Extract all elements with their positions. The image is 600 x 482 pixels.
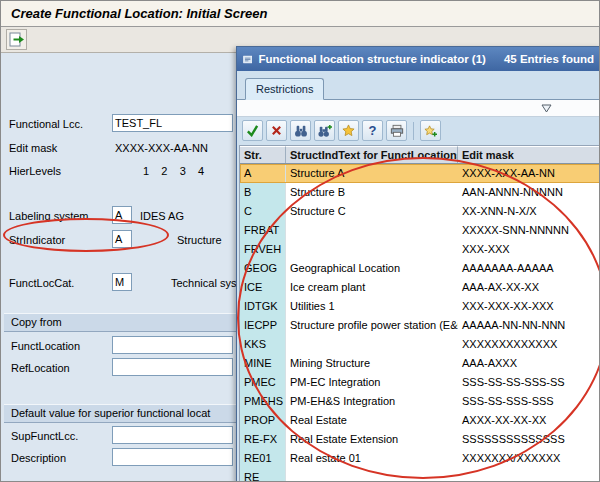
ref-location-label: RefLocation [11, 362, 70, 374]
row-text-value: Structure A [286, 164, 458, 183]
str-indicator-desc: Structure [177, 234, 222, 246]
expand-arrow-icon[interactable] [541, 104, 552, 113]
sup-funct-loc-label: SupFunctLcc. [11, 430, 78, 442]
table-row[interactable]: MINE Mining Structure AAA-AXXX [240, 354, 600, 373]
column-header-str[interactable]: Str. [240, 146, 286, 163]
sup-funct-loc-input[interactable] [112, 426, 233, 444]
table-row[interactable]: IDTGK Utilities 1 XXX-XXX-XX-XXX [240, 297, 600, 316]
table-row[interactable]: A Structure A XXXX-XXX-AA-NN [240, 164, 600, 183]
table-row[interactable]: KKS XXXXXXXXXXXXX [240, 335, 600, 354]
dialog-list-icon [243, 53, 252, 66]
row-str-value: PMEHS [240, 392, 286, 411]
row-text-value: Real estate 01 [286, 449, 458, 468]
description-label: Description [11, 452, 66, 464]
row-str-value: PROP [240, 411, 286, 430]
table-row[interactable]: B Structure B AAN-ANNN-NNNNN [240, 183, 600, 202]
dialog-title-bar[interactable]: Functional location structure indicator … [237, 47, 600, 71]
row-text-value [286, 468, 458, 482]
row-mask-value: SSS-SS-SS-SSS-SS [458, 373, 600, 392]
row-mask-value: AAAAAAA-AAAAA [458, 259, 600, 278]
ref-location-input[interactable] [112, 358, 233, 376]
str-indicator-input[interactable]: A [112, 230, 132, 248]
description-input[interactable] [112, 448, 233, 466]
funct-location-input[interactable] [112, 336, 233, 354]
funct-loc-cat-label: FunctLocCat. [9, 277, 74, 289]
row-str-value: KKS [240, 335, 286, 354]
help-button[interactable]: ? [362, 120, 383, 141]
dialog-toolbar: ? [237, 117, 600, 144]
row-mask-value: XX-XNN-N-X/X [458, 202, 600, 221]
row-mask-value: SSS-SS-SSS-SSS [458, 392, 600, 411]
row-mask-value: XXX-XXX-XX-XXX [458, 297, 600, 316]
funct-location-label: FunctLocation [11, 340, 80, 352]
personal-list-button[interactable] [420, 120, 441, 141]
row-mask-value: XXXXX-SNN-NNNNN [458, 221, 600, 240]
refresh-button[interactable] [6, 29, 27, 50]
table-row[interactable]: C Structure C XX-XNN-N-X/X [240, 202, 600, 221]
row-text-value: PM-EH&S Integration [286, 392, 458, 411]
row-text-value: Mining Structure [286, 354, 458, 373]
cancel-button[interactable] [266, 120, 287, 141]
row-str-value: B [240, 183, 286, 202]
row-text-value: Structure profile power station (E&C) [286, 316, 458, 335]
functional-loc-label: Functional Lcc. [9, 118, 83, 130]
table-row[interactable]: RE [240, 468, 600, 482]
table-row[interactable]: PMEC PM-EC Integration SSS-SS-SS-SSS-SS [240, 373, 600, 392]
hier-levels-value: 1 2 3 4 [143, 165, 204, 177]
table-row[interactable]: PROP Real Estate AXXX-XX-XX-XX [240, 411, 600, 430]
row-text-value: Ice cream plant [286, 278, 458, 297]
row-mask-value: XXX-XXX [458, 240, 600, 259]
str-indicator-label: StrIndicator [9, 234, 65, 246]
row-text-value: Real Estate Extension [286, 430, 458, 449]
table-row[interactable]: RE-FX Real Estate Extension SSSSSSSSSSSS… [240, 430, 600, 449]
labeling-system-desc: IDES AG [140, 210, 184, 222]
row-str-value: C [240, 202, 286, 221]
row-str-value: RE01 [240, 449, 286, 468]
restrictions-collapsed-area [237, 100, 600, 117]
table-body: A Structure A XXXX-XXX-AA-NN B Structure… [240, 164, 600, 482]
row-mask-value [458, 468, 600, 482]
table-row[interactable]: PMEHS PM-EH&S Integration SSS-SS-SSS-SSS [240, 392, 600, 411]
row-mask-value: XXXX-XXX-AA-NN [458, 164, 600, 183]
table-row[interactable]: FRBAT XXXXX-SNN-NNNNN [240, 221, 600, 240]
window-title-bar: Create Functional Location: Initial Scre… [1, 1, 599, 27]
edit-mask-label: Edit mask [9, 142, 57, 154]
accept-button[interactable] [242, 120, 263, 141]
functional-loc-input[interactable]: TEST_FL [112, 114, 233, 132]
table-row[interactable]: IECPP Structure profile power station (E… [240, 316, 600, 335]
row-mask-value: AAAAA-NN-NN-NNN [458, 316, 600, 335]
print-button[interactable] [386, 120, 407, 141]
table-row[interactable]: FRVEH XXX-XXX [240, 240, 600, 259]
row-mask-value: AXXX-XX-XX-XX [458, 411, 600, 430]
table-row[interactable]: RE01 Real estate 01 XXXXXXX/XXXXXX [240, 449, 600, 468]
find-next-button[interactable] [314, 120, 335, 141]
row-text-value: Utilities 1 [286, 297, 458, 316]
printer-icon [390, 124, 404, 138]
row-str-value: MINE [240, 354, 286, 373]
labeling-system-input[interactable]: A [112, 206, 132, 224]
row-str-value: A [240, 164, 286, 183]
funct-loc-cat-input[interactable]: M [112, 273, 132, 291]
row-str-value: RE-FX [240, 430, 286, 449]
table-row[interactable]: GEOG Geographical Location AAAAAAA-AAAAA [240, 259, 600, 278]
page-title: Create Functional Location: Initial Scre… [11, 6, 267, 21]
row-str-value: FRBAT [240, 221, 286, 240]
hier-levels-label: HierLevels [9, 165, 61, 177]
column-header-text[interactable]: StructIndText for FunctLocations [286, 146, 458, 163]
sap-screen: Create Functional Location: Initial Scre… [0, 0, 600, 482]
table-header: Str. StructIndText for FunctLocations Ed… [240, 146, 600, 164]
favorites-button[interactable] [338, 120, 359, 141]
row-mask-value: XXXXXXX/XXXXXX [458, 449, 600, 468]
funct-loc-cat-desc: Technical syste [171, 277, 246, 289]
column-header-mask[interactable]: Edit mask [458, 146, 600, 163]
result-table: Str. StructIndText for FunctLocations Ed… [239, 145, 600, 482]
tab-restrictions[interactable]: Restrictions [245, 78, 324, 100]
check-icon [246, 124, 259, 137]
row-text-value [286, 221, 458, 240]
row-text-value: Real Estate [286, 411, 458, 430]
table-row[interactable]: ICE Ice cream plant AAA-AX-XX-XX [240, 278, 600, 297]
binoculars-plus-icon [318, 124, 332, 138]
row-text-value: Geographical Location [286, 259, 458, 278]
find-button[interactable] [290, 120, 311, 141]
value-help-dialog: Functional location structure indicator … [236, 46, 600, 482]
